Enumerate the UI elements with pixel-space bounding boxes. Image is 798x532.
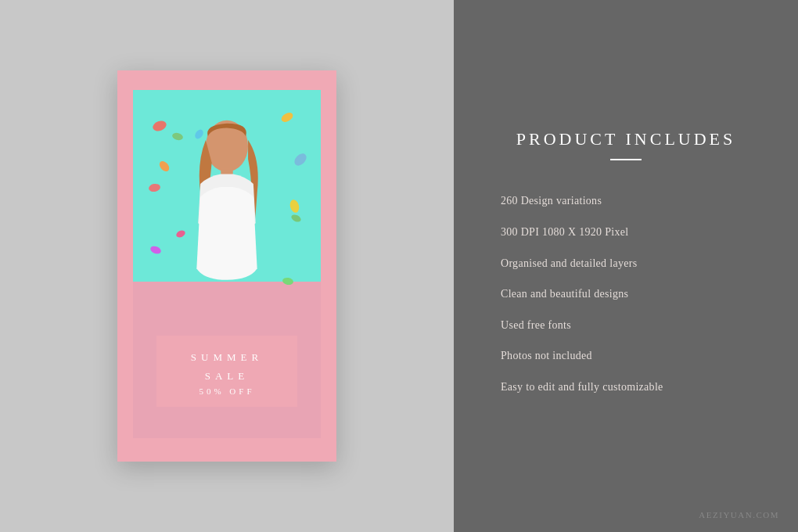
- feature-item-0: 260 Design variations: [501, 185, 751, 217]
- feature-item-4: Used free fonts: [501, 310, 751, 341]
- sale-line1: SUMMER: [164, 348, 289, 366]
- feature-item-6: Easy to edit and fully customizable: [501, 372, 751, 403]
- feature-list: 260 Design variations300 DPI 1080 X 1920…: [501, 185, 751, 402]
- right-panel: PRODUCT INCLUDES 260 Design variations30…: [454, 0, 798, 532]
- confetti-4: [292, 151, 308, 167]
- title-divider: [610, 159, 642, 160]
- feature-item-3: Clean and beautiful designs: [501, 279, 751, 310]
- feature-item-2: Organised and detailed layers: [501, 248, 751, 279]
- confetti-9: [289, 199, 300, 214]
- left-panel: SUMMER SALE 50% OFF: [0, 0, 454, 532]
- card-preview: SUMMER SALE 50% OFF: [117, 70, 336, 462]
- card-border-left: [117, 70, 133, 462]
- feature-item-1: 300 DPI 1080 X 1920 Pixel: [501, 217, 751, 248]
- product-title: PRODUCT INCLUDES: [501, 129, 751, 149]
- confetti-5: [148, 183, 161, 192]
- sale-line3: 50% OFF: [164, 386, 289, 396]
- main-container: SUMMER SALE 50% OFF PRODUCT INCLUDES 260…: [0, 0, 798, 532]
- watermark: AEZIYUAN.COM: [699, 510, 779, 519]
- feature-item-5: Photos not included: [501, 340, 751, 372]
- card-border-right: [321, 70, 336, 462]
- sale-line2: SALE: [164, 367, 289, 385]
- sale-text-box: SUMMER SALE 50% OFF: [156, 336, 297, 407]
- confetti-6: [290, 214, 302, 224]
- card-photo-area: SUMMER SALE 50% OFF: [133, 90, 321, 438]
- confetti-8: [149, 245, 162, 255]
